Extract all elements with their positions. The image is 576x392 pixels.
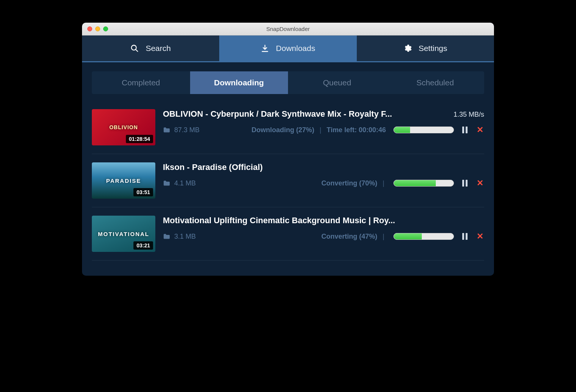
status-text: Downloading (27%) <box>252 126 314 134</box>
cancel-button[interactable]: ✕ <box>476 126 484 134</box>
pause-button[interactable] <box>461 232 469 241</box>
pause-icon <box>462 233 468 240</box>
cancel-button[interactable]: ✕ <box>476 179 484 187</box>
close-window-button[interactable] <box>87 26 92 31</box>
item-body: Motivational Uplifting Cinematic Backgro… <box>163 216 484 241</box>
download-icon <box>261 44 269 52</box>
thumbnail-label: MOTIVATIONAL <box>98 231 149 237</box>
item-body: Ikson - Paradise (Official) 4.1 MB Conve… <box>163 162 484 187</box>
close-icon: ✕ <box>477 126 483 134</box>
duration-badge: 01:28:54 <box>126 135 153 143</box>
progress-fill <box>394 127 410 133</box>
nav-downloads[interactable]: Downloads <box>219 35 356 61</box>
file-size: 3.1 MB <box>174 233 196 241</box>
progress-bar <box>393 233 454 240</box>
file-size: 4.1 MB <box>174 179 196 187</box>
tab-completed[interactable]: Completed <box>92 71 190 94</box>
window-title: SnapDownloader <box>82 26 494 32</box>
item-body: OBLIVION - Cyberpunk / Dark Synthwave Mi… <box>163 109 484 134</box>
status-text: Converting (47%) <box>321 233 377 241</box>
download-speed: 1.35 MB/s <box>454 111 484 119</box>
thumbnail[interactable]: MOTIVATIONAL 03:21 <box>92 216 155 252</box>
folder-icon[interactable] <box>163 180 170 186</box>
nav-label: Downloads <box>276 44 315 53</box>
window-controls <box>82 26 108 31</box>
progress-bar <box>393 127 454 133</box>
status-tabs: Completed Downloading Queued Scheduled <box>92 71 484 94</box>
tab-downloading[interactable]: Downloading <box>190 71 288 94</box>
nav-label: Settings <box>418 44 447 53</box>
pause-button[interactable] <box>461 126 469 134</box>
separator: | <box>381 233 386 241</box>
pause-icon <box>462 180 468 187</box>
thumbnail-label: OBLIVION <box>109 124 138 130</box>
search-icon <box>130 44 139 52</box>
folder-icon[interactable] <box>163 233 170 239</box>
duration-badge: 03:51 <box>133 188 153 196</box>
svg-line-1 <box>136 49 138 52</box>
progress-fill <box>394 180 436 186</box>
pause-button[interactable] <box>461 179 469 187</box>
thumbnail[interactable]: OBLIVION 01:28:54 <box>92 109 155 145</box>
gear-icon <box>403 44 412 52</box>
app-window: SnapDownloader Search Downloads Settings… <box>82 23 494 276</box>
pause-icon <box>462 127 468 133</box>
item-title: Ikson - Paradise (Official) <box>163 162 478 172</box>
status-text: Converting (70%) <box>321 179 377 187</box>
download-item: PARADISE 03:51 Ikson - Paradise (Officia… <box>92 154 484 207</box>
separator: | <box>381 179 386 187</box>
duration-badge: 03:21 <box>133 241 153 250</box>
cancel-button[interactable]: ✕ <box>476 232 484 241</box>
progress-fill <box>394 233 422 239</box>
close-icon: ✕ <box>477 179 483 187</box>
minimize-window-button[interactable] <box>95 26 100 31</box>
content-area: Completed Downloading Queued Scheduled O… <box>82 62 494 276</box>
maximize-window-button[interactable] <box>103 26 108 31</box>
titlebar: SnapDownloader <box>82 23 494 35</box>
tab-queued[interactable]: Queued <box>288 71 386 94</box>
progress-bar <box>393 180 454 187</box>
item-title: Motivational Uplifting Cinematic Backgro… <box>163 216 478 225</box>
separator: | <box>318 126 323 134</box>
folder-icon[interactable] <box>163 127 170 133</box>
file-size: 87.3 MB <box>174 126 200 134</box>
nav-settings[interactable]: Settings <box>357 35 494 61</box>
time-left: Time left: 00:00:46 <box>327 126 386 134</box>
nav-label: Search <box>146 44 171 53</box>
main-nav: Search Downloads Settings <box>82 35 494 62</box>
thumbnail-label: PARADISE <box>106 177 141 184</box>
nav-search[interactable]: Search <box>82 35 219 61</box>
tab-scheduled[interactable]: Scheduled <box>386 71 485 94</box>
close-icon: ✕ <box>477 232 483 241</box>
thumbnail[interactable]: PARADISE 03:51 <box>92 162 155 199</box>
download-item: OBLIVION 01:28:54 OBLIVION - Cyberpunk /… <box>92 101 484 154</box>
item-title: OBLIVION - Cyberpunk / Dark Synthwave Mi… <box>163 109 447 119</box>
download-item: MOTIVATIONAL 03:21 Motivational Upliftin… <box>92 207 484 261</box>
